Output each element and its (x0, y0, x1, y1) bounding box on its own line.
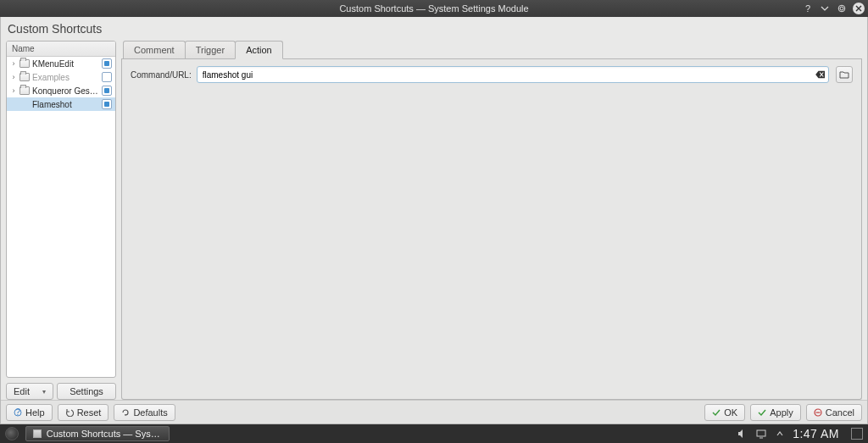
tree-item-konqueror-gestures[interactable]: ›Konqueror Gestures (7, 84, 115, 97)
close-icon[interactable] (853, 3, 865, 14)
svg-rect-5 (757, 430, 765, 436)
defaults-button[interactable]: Defaults (114, 404, 175, 421)
tree-item-label: Konqueror Gestures (32, 86, 99, 96)
tree-item-label: Flameshot (32, 100, 99, 109)
start-button[interactable] (5, 427, 19, 440)
check-icon (712, 408, 721, 417)
settings-button-label: Settings (70, 386, 103, 396)
show-desktop-button[interactable] (851, 428, 863, 440)
cancel-button-label: Cancel (826, 407, 854, 418)
help-icon: ? (14, 408, 22, 417)
sidebar: Name ›KMenuEdit›Examples›Konqueror Gestu… (6, 41, 116, 400)
tree-item-label: Examples (32, 73, 99, 82)
expand-icon[interactable]: › (10, 73, 17, 81)
window-titlebar: Custom Shortcuts — System Settings Modul… (0, 0, 868, 17)
expand-icon[interactable]: › (10, 86, 17, 95)
display-icon[interactable] (755, 428, 767, 440)
undo-icon (65, 408, 74, 417)
maximize-icon[interactable] (836, 3, 848, 14)
window-title: Custom Shortcuts — System Settings Modul… (339, 3, 528, 14)
taskbar: Custom Shortcuts — System Setti... 1:47 … (0, 424, 868, 443)
window-body: Custom Shortcuts Name ›KMenuEdit›Example… (0, 17, 868, 424)
tab-trigger[interactable]: Trigger (185, 41, 236, 58)
command-row: Command/URL: (131, 66, 853, 83)
tab-trigger-label: Trigger (196, 45, 225, 55)
help-icon[interactable]: ? (802, 3, 814, 14)
volume-icon[interactable] (737, 428, 748, 440)
tab-action[interactable]: Action (235, 41, 283, 59)
ok-button-label: OK (724, 407, 737, 418)
chevron-up-icon[interactable] (774, 428, 786, 440)
expand-icon[interactable]: › (10, 59, 17, 68)
enable-checkbox[interactable] (102, 99, 112, 109)
chevron-down-icon: ▾ (42, 388, 46, 396)
defaults-button-label: Defaults (133, 407, 167, 418)
tree-item-label: KMenuEdit (32, 59, 99, 69)
module-title: Custom Shortcuts (1, 17, 867, 41)
clock[interactable]: 1:47 AM (793, 427, 839, 440)
spacer-icon (19, 99, 30, 109)
apply-button-label: Apply (770, 407, 793, 418)
refresh-icon (121, 408, 130, 417)
enable-checkbox[interactable] (102, 86, 112, 96)
sidebar-buttons: Edit ▾ Settings (6, 383, 116, 400)
tab-comment-label: Comment (134, 45, 175, 55)
tree-body: ›KMenuEdit›Examples›Konqueror GesturesFl… (7, 57, 115, 377)
check-icon (758, 408, 766, 417)
ok-button[interactable]: OK (704, 404, 745, 421)
apply-button[interactable]: Apply (750, 404, 801, 421)
folder-icon (19, 86, 30, 96)
enable-checkbox[interactable] (102, 72, 112, 82)
command-input[interactable] (197, 66, 829, 83)
browse-button[interactable] (836, 66, 853, 83)
folder-icon (19, 58, 30, 69)
cancel-icon (814, 408, 822, 417)
tab-action-label: Action (246, 45, 272, 55)
edit-button[interactable]: Edit ▾ (6, 383, 53, 400)
folder-open-icon (839, 69, 849, 80)
svg-text:?: ? (15, 408, 20, 417)
window-controls: ? (802, 0, 865, 17)
tree-item-flameshot[interactable]: Flameshot (7, 97, 115, 111)
edit-button-label: Edit (14, 386, 30, 396)
detail-panel: Comment Trigger Action Command/URL: (121, 41, 862, 400)
help-button-label: Help (25, 407, 45, 418)
tree-item-examples[interactable]: ›Examples (7, 70, 115, 84)
window-icon (33, 429, 42, 438)
main-area: Name ›KMenuEdit›Examples›Konqueror Gestu… (1, 41, 867, 400)
minimize-icon[interactable] (819, 3, 831, 14)
settings-button[interactable]: Settings (57, 383, 116, 400)
tab-content-action: Command/URL: (121, 59, 862, 400)
tree-item-kmenuedit[interactable]: ›KMenuEdit (7, 57, 115, 70)
reset-button[interactable]: Reset (58, 404, 109, 421)
enable-checkbox[interactable] (102, 58, 112, 69)
svg-point-0 (840, 7, 843, 10)
folder-icon (19, 72, 30, 82)
help-button[interactable]: ? Help (6, 404, 53, 421)
reset-button-label: Reset (77, 407, 102, 418)
taskbar-entry[interactable]: Custom Shortcuts — System Setti... (25, 426, 170, 441)
dialog-footer: ? Help Reset Defaults OK Apply Cancel (1, 400, 867, 424)
tab-bar: Comment Trigger Action (121, 41, 862, 59)
cancel-button[interactable]: Cancel (806, 404, 862, 421)
taskbar-entry-label: Custom Shortcuts — System Setti... (47, 429, 162, 439)
svg-point-1 (838, 5, 845, 12)
command-label: Command/URL: (131, 70, 192, 80)
shortcut-tree: Name ›KMenuEdit›Examples›Konqueror Gestu… (6, 41, 116, 378)
system-tray: 1:47 AM (737, 427, 863, 440)
tab-comment[interactable]: Comment (123, 41, 186, 58)
clear-input-icon[interactable] (814, 68, 827, 81)
tree-header-name[interactable]: Name (7, 42, 115, 57)
